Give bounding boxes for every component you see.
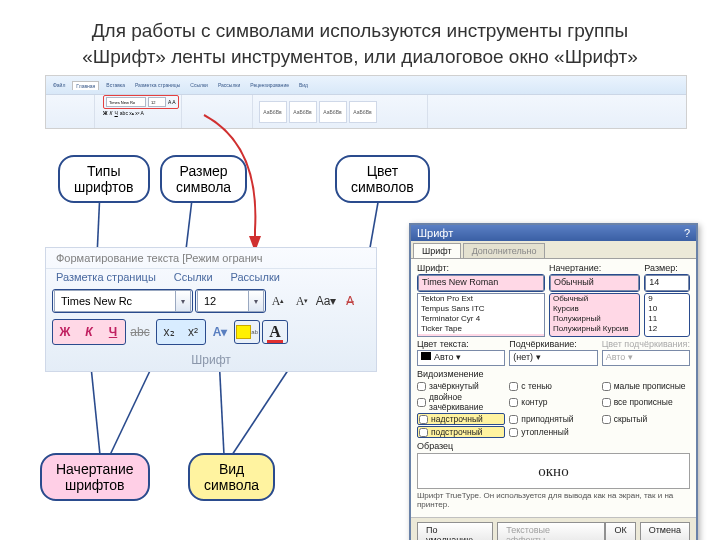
- strike-button[interactable]: abc: [128, 320, 152, 344]
- change-case-icon[interactable]: Aa▾: [314, 289, 338, 313]
- underline-button[interactable]: Ч: [101, 320, 125, 344]
- font-color-button[interactable]: A: [262, 320, 288, 344]
- style-list[interactable]: ОбычныйКурсивПолужирныйПолужирный Курсив: [549, 293, 640, 337]
- chevron-down-icon[interactable]: ▾: [249, 290, 264, 312]
- callout-char-kind: Вид символа: [188, 453, 275, 501]
- cancel-button[interactable]: Отмена: [640, 522, 690, 540]
- default-button[interactable]: По умолчанию: [417, 522, 493, 540]
- size-list[interactable]: 910111214: [644, 293, 690, 337]
- font-list[interactable]: Tekton Pro ExtTempus Sans ITCTerminator …: [417, 293, 545, 337]
- ribbon-full-screenshot: Файл Главная Вставка Разметка страницы С…: [45, 75, 687, 129]
- ribbon-font-group-highlight: Times New Ro 12 A A: [103, 95, 179, 109]
- font-size-select[interactable]: 12: [197, 290, 249, 312]
- style-input[interactable]: Обычный: [550, 275, 639, 291]
- dialog-tab-advanced[interactable]: Дополнительно: [463, 243, 546, 258]
- callout-font-types: Типы шрифтов: [58, 155, 150, 203]
- font-name-input[interactable]: Times New Roman: [418, 275, 544, 291]
- text-color-select[interactable]: Авто ▾: [417, 350, 505, 366]
- clear-format-icon[interactable]: A̶: [338, 289, 362, 313]
- text-effects-icon[interactable]: A▾: [208, 320, 232, 344]
- subsup-group: x₂ x²: [156, 319, 206, 345]
- slide-title: Для работы с символами используются инст…: [0, 0, 720, 75]
- ok-button[interactable]: ОК: [605, 522, 635, 540]
- grow-font-icon[interactable]: A▴: [266, 289, 290, 313]
- modification-checks: зачёркнутый с тенью малые прописные двой…: [417, 381, 690, 438]
- callout-char-color: Цвет символов: [335, 155, 430, 203]
- size-input[interactable]: 14: [645, 275, 689, 291]
- text-effects-button: Текстовые эффекты…: [497, 522, 605, 540]
- dialog-tab-font[interactable]: Шрифт: [413, 243, 461, 258]
- sample-preview: окно: [417, 453, 690, 489]
- italic-button[interactable]: К: [77, 320, 101, 344]
- dialog-help-icon[interactable]: ?: [684, 227, 690, 239]
- font-name-select[interactable]: Times New Rc: [54, 290, 176, 312]
- subscript-button[interactable]: x₂: [157, 320, 181, 344]
- superscript-button[interactable]: x²: [181, 320, 205, 344]
- underline-color-select: Авто ▾: [602, 350, 690, 366]
- chevron-down-icon[interactable]: ▾: [176, 290, 191, 312]
- bold-button[interactable]: Ж: [53, 320, 77, 344]
- callout-char-size: Размер символа: [160, 155, 247, 203]
- ribbon-font-group-zoom: Форматирование текста [Режим огранич Раз…: [45, 247, 377, 372]
- shrink-font-icon[interactable]: A▾: [290, 289, 314, 313]
- callout-font-style: Начертание шрифтов: [40, 453, 150, 501]
- font-dialog: Шрифт? Шрифт Дополнительно Шрифт: Times …: [409, 223, 698, 540]
- highlight-color-button[interactable]: ab: [234, 320, 260, 344]
- underline-select[interactable]: (нет) ▾: [509, 350, 597, 366]
- style-group: Ж К Ч: [52, 319, 126, 345]
